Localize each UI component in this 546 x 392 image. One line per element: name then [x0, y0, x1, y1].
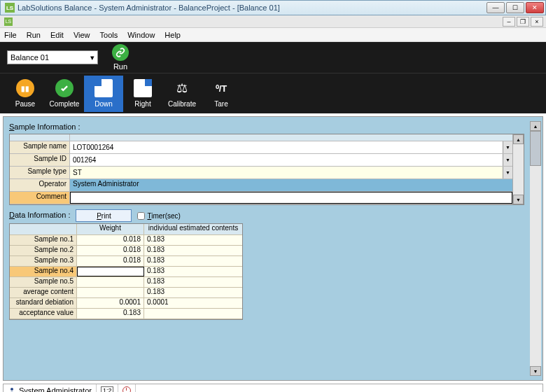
tare-button[interactable]: ⁰/T Tare — [202, 76, 241, 112]
menubar: File Run Edit View Tools Window Help — [0, 28, 546, 42]
menu-file[interactable]: File — [4, 31, 17, 39]
menu-run[interactable]: Run — [27, 31, 41, 39]
app-icon: LS — [5, 3, 15, 13]
scroll-down-icon[interactable]: ▼ — [513, 195, 524, 204]
window-minimize-button[interactable]: — — [486, 2, 505, 13]
menu-edit[interactable]: Edit — [50, 31, 64, 39]
table-row[interactable]: average content0.183 — [10, 288, 242, 298]
user-icon — [8, 386, 16, 392]
sample-name-input[interactable] — [70, 141, 503, 153]
child-close-button[interactable]: × — [531, 17, 543, 27]
row-label: standard debiation — [10, 298, 77, 308]
timer-checkbox-input[interactable] — [137, 212, 145, 220]
scroll-up-icon[interactable]: ▲ — [530, 121, 541, 131]
scroll-thumb[interactable] — [530, 131, 541, 166]
toolbar-secondary: ▮▮ Pause Complete Down Right ⚖ Calibrate… — [0, 73, 546, 113]
complete-button[interactable]: Complete — [45, 76, 84, 112]
mdi-child-bar: LS – ❐ × — [0, 15, 546, 28]
run-label: Run — [113, 62, 127, 71]
table-row[interactable]: acceptance value0.183 — [10, 309, 242, 319]
pause-label: Pause — [15, 100, 35, 108]
calibrate-button[interactable]: ⚖ Calibrate — [162, 76, 202, 112]
table-row[interactable]: Sample no.10.0180.183 — [10, 235, 242, 246]
tare-label: Tare — [214, 100, 227, 108]
child-minimize-button[interactable]: – — [503, 17, 515, 27]
scroll-up-icon[interactable]: ▲ — [513, 134, 524, 144]
row-weight[interactable]: 0.183 — [77, 309, 144, 318]
pause-icon: ▮▮ — [16, 79, 34, 97]
window-close-button[interactable]: ✕ — [526, 2, 544, 13]
row-contents[interactable]: 0.183 — [144, 246, 242, 255]
table-row[interactable]: Sample no.30.0180.183 — [10, 256, 242, 267]
window-title: LabSolutions Balance - System Administra… — [18, 4, 486, 12]
status-ratio: 1:2 — [101, 386, 114, 392]
balance-select[interactable]: Balance 01 ▾ — [7, 50, 98, 64]
table-row[interactable]: Sample no.40.183 — [10, 267, 242, 277]
sample-name-dropdown[interactable]: ▼ — [503, 141, 512, 153]
row-weight[interactable]: 0.018 — [77, 235, 144, 245]
row-weight[interactable] — [77, 288, 144, 298]
row-weight[interactable]: 0.0001 — [77, 298, 144, 308]
table-row[interactable]: standard debiation0.00010.0001 — [10, 298, 242, 309]
tare-icon: ⁰/T — [212, 79, 230, 97]
row-weight[interactable]: 0.018 — [77, 246, 144, 255]
row-weight[interactable]: 0.018 — [77, 256, 144, 266]
row-contents[interactable]: 0.183 — [144, 256, 242, 266]
sample-type-dropdown[interactable]: ▼ — [503, 167, 512, 178]
row-contents[interactable]: 0.183 — [144, 235, 242, 245]
menu-view[interactable]: View — [74, 31, 90, 39]
complete-label: Complete — [50, 100, 80, 108]
row-weight[interactable] — [77, 267, 144, 276]
link-icon — [112, 44, 129, 61]
row-label: Sample no.2 — [10, 246, 77, 255]
workspace: ▲ ▼ Sample Information : Sample name ▼ S… — [3, 116, 543, 381]
workspace-scrollbar[interactable]: ▲ ▼ — [530, 121, 541, 376]
down-label: Down — [94, 100, 113, 108]
menu-help[interactable]: Help — [164, 31, 181, 39]
row-label: Sample no.1 — [10, 235, 77, 245]
operator-value: System Administrator — [70, 179, 512, 191]
row-contents[interactable]: 0.0001 — [144, 298, 242, 308]
child-restore-button[interactable]: ❐ — [517, 17, 529, 27]
balance-select-value: Balance 01 — [10, 53, 49, 62]
comment-input[interactable] — [70, 192, 512, 204]
table-row[interactable]: Sample no.20.0180.183 — [10, 246, 242, 256]
status-user: System Administrator — [19, 386, 92, 392]
right-button[interactable]: Right — [123, 76, 162, 112]
sample-type-input[interactable] — [70, 167, 503, 178]
statusbar: System Administrator 1:2 — [3, 384, 543, 392]
menu-window[interactable]: Window — [127, 31, 155, 39]
sample-id-dropdown[interactable]: ▼ — [503, 154, 512, 166]
row-weight[interactable] — [77, 277, 144, 287]
col-contents: individual estimated contents — [144, 224, 242, 234]
print-button[interactable]: Print — [76, 209, 132, 222]
sample-info-grid: Sample name ▼ Sample ID ▼ Sample type ▼ … — [9, 134, 524, 205]
run-button[interactable]: Run — [112, 44, 129, 71]
weight-icon: ⚖ — [173, 79, 191, 97]
row-contents[interactable]: 0.183 — [144, 288, 242, 298]
pause-button[interactable]: ▮▮ Pause — [6, 76, 45, 112]
chevron-down-icon: ▾ — [90, 53, 94, 62]
row-contents[interactable]: 0.183 — [144, 277, 242, 287]
sample-name-label: Sample name — [10, 141, 70, 153]
timer-checkbox[interactable]: Timer(sec) — [137, 212, 180, 220]
down-button[interactable]: Down — [84, 76, 123, 112]
window-maximize-button[interactable]: ☐ — [506, 2, 524, 13]
row-contents[interactable] — [144, 309, 242, 318]
sample-id-label: Sample ID — [10, 154, 70, 166]
row-label: Sample no.5 — [10, 277, 77, 287]
toolbar-primary: Balance 01 ▾ Run — [0, 42, 546, 73]
sample-id-input[interactable] — [70, 154, 503, 166]
row-label: Sample no.4 — [10, 267, 77, 276]
svg-point-0 — [10, 388, 13, 391]
row-label: acceptance value — [10, 309, 77, 318]
window-titlebar: LS LabSolutions Balance - System Adminis… — [0, 0, 546, 15]
menu-tools[interactable]: Tools — [100, 31, 118, 39]
sample-info-scrollbar[interactable]: ▲ ▼ — [512, 134, 524, 204]
row-label: average content — [10, 288, 77, 298]
scroll-down-icon[interactable]: ▼ — [530, 366, 541, 376]
sample-info-heading: Sample Information : — [9, 122, 537, 131]
table-row[interactable]: Sample no.50.183 — [10, 277, 242, 288]
row-contents[interactable]: 0.183 — [144, 267, 242, 276]
col-weight: Weight — [77, 224, 144, 234]
